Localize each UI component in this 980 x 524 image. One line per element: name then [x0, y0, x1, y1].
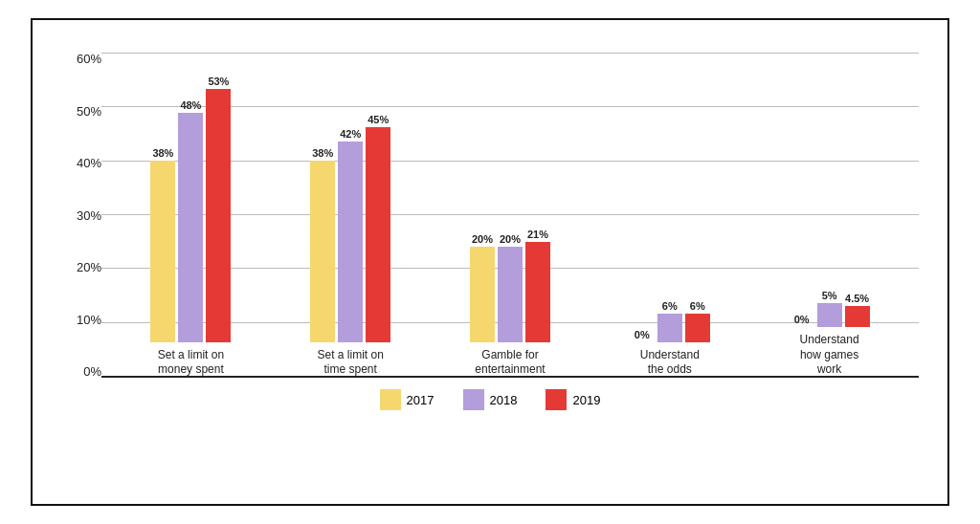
bar	[178, 113, 203, 342]
bar-group-bars: 38%42%45%	[310, 114, 390, 342]
bar	[498, 247, 523, 342]
bar-group-label: Understandthe odds	[640, 348, 700, 378]
y-axis-label: 10%	[77, 314, 101, 326]
bar-value-label: 53%	[208, 76, 229, 87]
bar-group: 38%48%53%Set a limit onmoney spent	[111, 76, 271, 378]
bar	[366, 127, 390, 342]
bar-wrapper: 0%	[790, 314, 814, 327]
y-axis-label: 20%	[77, 261, 101, 273]
bar	[310, 161, 335, 342]
bar-value-label: 0%	[635, 329, 650, 340]
legend-item: 2018	[463, 389, 518, 410]
bar-group-bars: 0%5%4.5%	[790, 290, 870, 327]
bar	[150, 161, 175, 342]
y-axis-label: 30%	[77, 209, 101, 222]
bar-group-label: Gamble forentertainment	[475, 348, 545, 378]
bar-wrapper: 21%	[525, 229, 550, 342]
bar-value-label: 4.5%	[845, 293, 869, 304]
legend-label: 2019	[572, 393, 600, 407]
bar-value-label: 6%	[690, 300, 705, 312]
bar-value-label: 38%	[312, 147, 333, 159]
y-axis-label: 40%	[77, 157, 101, 169]
legend: 201720182019	[61, 389, 919, 410]
bar-group-label: Set a limit ontime spent	[318, 348, 384, 378]
bar-value-label: 21%	[527, 229, 548, 240]
bar-group: 38%42%45%Set a limit ontime spent	[271, 114, 431, 378]
chart-area: 0%10%20%30%40%50%60% 38%48%53%Set a limi…	[61, 53, 919, 378]
legend-label: 2018	[490, 393, 518, 407]
bar	[525, 242, 550, 342]
bar-wrapper: 53%	[206, 76, 231, 342]
bar-group: 0%6%6%Understandthe odds	[590, 300, 749, 378]
legend-label: 2017	[407, 393, 434, 407]
bar-value-label: 42%	[340, 128, 361, 140]
bar-wrapper: 20%	[470, 233, 495, 342]
bar	[657, 314, 682, 342]
bar-group: 0%5%4.5%Understandhow gameswork	[749, 290, 909, 378]
bar-value-label: 0%	[794, 314, 810, 325]
legend-swatch	[380, 389, 401, 410]
bar-group-label: Set a limit onmoney spent	[158, 348, 224, 378]
bar-group-bars: 20%20%21%	[470, 229, 550, 342]
bar-wrapper: 0%	[630, 329, 655, 342]
legend-swatch	[546, 389, 567, 410]
bar	[470, 247, 495, 342]
y-axis-label: 60%	[77, 53, 101, 65]
legend-item: 2017	[380, 389, 434, 410]
bar-value-label: 20%	[472, 233, 493, 245]
y-axis-label: 0%	[83, 365, 101, 378]
bar-value-label: 38%	[152, 147, 173, 159]
bar-group-bars: 0%6%6%	[630, 300, 710, 342]
bar-value-label: 5%	[822, 290, 837, 301]
bar-wrapper: 38%	[150, 147, 175, 342]
bar-wrapper: 6%	[657, 300, 682, 342]
bar-wrapper: 4.5%	[845, 293, 870, 328]
bar-group-label: Understandhow gameswork	[800, 333, 859, 378]
bar-group: 20%20%21%Gamble forentertainment	[431, 229, 590, 378]
bar-wrapper: 6%	[685, 300, 710, 342]
legend-swatch	[463, 389, 484, 410]
bar-value-label: 48%	[180, 99, 201, 111]
legend-item: 2019	[546, 389, 600, 410]
y-axis-label: 50%	[77, 105, 101, 118]
bar-wrapper: 45%	[366, 114, 390, 342]
bar	[845, 306, 870, 328]
plot-area: 38%48%53%Set a limit onmoney spent38%42%…	[101, 53, 919, 378]
bar-wrapper: 38%	[310, 147, 335, 342]
bar	[206, 89, 231, 342]
bars-row: 38%48%53%Set a limit onmoney spent38%42%…	[101, 53, 919, 378]
bar-value-label: 45%	[368, 114, 389, 125]
bar-value-label: 6%	[662, 300, 678, 312]
bar-value-label: 20%	[500, 233, 521, 245]
chart-container: 0%10%20%30%40%50%60% 38%48%53%Set a limi…	[31, 18, 949, 506]
bar-group-bars: 38%48%53%	[150, 76, 231, 342]
bar-wrapper: 48%	[178, 99, 203, 342]
bar-wrapper: 42%	[338, 128, 363, 342]
bar	[817, 303, 842, 327]
y-axis: 0%10%20%30%40%50%60%	[61, 53, 101, 378]
bar-wrapper: 5%	[817, 290, 842, 327]
bar-wrapper: 20%	[498, 233, 523, 342]
bar	[685, 314, 710, 342]
bar	[338, 142, 363, 342]
